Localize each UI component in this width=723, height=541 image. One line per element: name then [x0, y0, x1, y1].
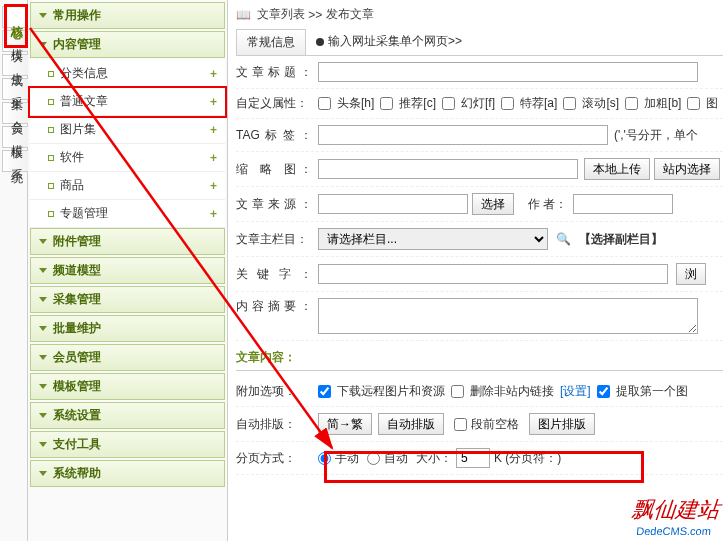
plus-icon: +: [210, 207, 217, 221]
btn-keyword-browse[interactable]: 浏: [676, 263, 706, 285]
dot-icon: [316, 38, 324, 46]
label-keyword: 关键字：: [236, 266, 318, 283]
label-tag: TAG标签：: [236, 127, 318, 144]
input-keyword[interactable]: [318, 264, 668, 284]
btn-source-select[interactable]: 选择: [472, 193, 514, 215]
plus-icon: +: [210, 151, 217, 165]
sidebar: 常用操作 内容管理 分类信息+ 普通文章+ 图片集+ 软件+ 商品+ 专题管理+…: [28, 0, 228, 541]
chk-del-external[interactable]: [451, 385, 464, 398]
chevron-down-icon: [39, 384, 47, 389]
tab-general[interactable]: 常规信息: [236, 29, 306, 55]
btn-pic-layout[interactable]: 图片排版: [529, 413, 595, 435]
nav-batch[interactable]: 批量维护: [30, 315, 225, 342]
bullet-icon: [48, 183, 54, 189]
bullet-icon: [48, 211, 54, 217]
nav-topic[interactable]: 专题管理+: [30, 200, 225, 228]
chk-scroll[interactable]: [563, 97, 576, 110]
plus-icon: +: [210, 179, 217, 193]
label-addon: 附加选项：: [236, 383, 318, 400]
nav-attachment[interactable]: 附件管理: [30, 228, 225, 255]
label-column: 文章主栏目：: [236, 231, 318, 248]
main-tabs: 常规信息 输入网址采集单个网页>>: [236, 29, 723, 56]
tab-template[interactable]: 模板: [2, 126, 30, 148]
nav-channel[interactable]: 频道模型: [30, 257, 225, 284]
nav-system-set[interactable]: 系统设置: [30, 402, 225, 429]
chevron-down-icon: [39, 297, 47, 302]
plus-icon: +: [210, 67, 217, 81]
book-icon: 📖: [236, 8, 251, 22]
textarea-summary[interactable]: [318, 298, 698, 334]
label-thumb: 缩 略 图：: [236, 161, 318, 178]
nav-gallery[interactable]: 图片集+: [30, 116, 225, 144]
bullet-icon: [48, 127, 54, 133]
nav-article[interactable]: 普通文章+: [30, 88, 225, 116]
label-title: 文章标题：: [236, 64, 318, 81]
bullet-icon: [48, 155, 54, 161]
bullet-icon: [48, 99, 54, 105]
crumb-list[interactable]: 文章列表: [257, 6, 305, 23]
attr-checks: 头条[h] 推荐[c] 幻灯[f] 特荐[a] 滚动[s] 加粗[b] 图: [318, 95, 718, 112]
chevron-down-icon: [39, 442, 47, 447]
chk-headline[interactable]: [318, 97, 331, 110]
label-layout: 自动排版：: [236, 416, 318, 433]
chk-recommend[interactable]: [380, 97, 393, 110]
chevron-down-icon: [39, 471, 47, 476]
nav-category-info[interactable]: 分类信息+: [30, 60, 225, 88]
btn-local-upload[interactable]: 本地上传: [584, 158, 650, 180]
input-tag[interactable]: [318, 125, 608, 145]
btn-simp-trad[interactable]: 简→繁: [318, 413, 372, 435]
chk-special[interactable]: [501, 97, 514, 110]
search-icon[interactable]: 🔍: [556, 232, 571, 246]
select-column[interactable]: 请选择栏目...: [318, 228, 548, 250]
bullet-icon: [48, 71, 54, 77]
nav-software[interactable]: 软件+: [30, 144, 225, 172]
label-paging: 分页方式：: [236, 450, 318, 467]
chevron-down-icon: [39, 413, 47, 418]
tab-url-collect[interactable]: 输入网址采集单个网页>>: [310, 29, 468, 55]
nav-content-mgmt[interactable]: 内容管理: [30, 31, 225, 58]
nav-common-ops[interactable]: 常用操作: [30, 2, 225, 29]
link-setting[interactable]: [设置]: [560, 383, 591, 400]
label-source: 文章来源：: [236, 196, 318, 213]
chk-indent[interactable]: [454, 418, 467, 431]
left-tabs: 核心 模块 生成 采集 会员 模板 系统: [0, 0, 28, 541]
chk-slide[interactable]: [442, 97, 455, 110]
input-thumb[interactable]: [318, 159, 578, 179]
chk-bold[interactable]: [625, 97, 638, 110]
nav-template-mgmt[interactable]: 模板管理: [30, 373, 225, 400]
watermark: 飘仙建站 DedeCMS.com: [629, 495, 721, 537]
content-section-title: 文章内容：: [236, 341, 723, 371]
chk-image[interactable]: [687, 97, 700, 110]
tab-generate[interactable]: 生成: [2, 54, 30, 76]
label-author: 作 者：: [528, 196, 567, 213]
tab-collect[interactable]: 采集: [2, 78, 30, 100]
nav-member-mgmt[interactable]: 会员管理: [30, 344, 225, 371]
nav-goods[interactable]: 商品+: [30, 172, 225, 200]
btn-auto-layout[interactable]: 自动排版: [378, 413, 444, 435]
chevron-down-icon: [39, 42, 47, 47]
chevron-down-icon: [39, 239, 47, 244]
plus-icon: +: [210, 123, 217, 137]
sub-column-link[interactable]: 【选择副栏目】: [579, 231, 663, 248]
plus-icon: +: [210, 95, 217, 109]
input-source[interactable]: [318, 194, 468, 214]
tab-system[interactable]: 系统: [2, 150, 30, 172]
chk-extract-first-img[interactable]: [597, 385, 610, 398]
chevron-down-icon: [39, 355, 47, 360]
tab-member[interactable]: 会员: [2, 102, 30, 124]
btn-site-select[interactable]: 站内选择: [654, 158, 720, 180]
crumb-current: 发布文章: [326, 6, 374, 23]
input-title[interactable]: [318, 62, 698, 82]
annotation-box-tab: [4, 4, 28, 48]
nav-payment[interactable]: 支付工具: [30, 431, 225, 458]
chevron-down-icon: [39, 13, 47, 18]
label-summary: 内容摘要：: [236, 298, 318, 315]
nav-collect-mgmt[interactable]: 采集管理: [30, 286, 225, 313]
label-attr: 自定义属性：: [236, 95, 318, 112]
input-author[interactable]: [573, 194, 673, 214]
chevron-down-icon: [39, 268, 47, 273]
chevron-down-icon: [39, 326, 47, 331]
chk-download-remote[interactable]: [318, 385, 331, 398]
nav-help[interactable]: 系统帮助: [30, 460, 225, 487]
tag-hint: (','号分开，单个: [614, 127, 698, 144]
